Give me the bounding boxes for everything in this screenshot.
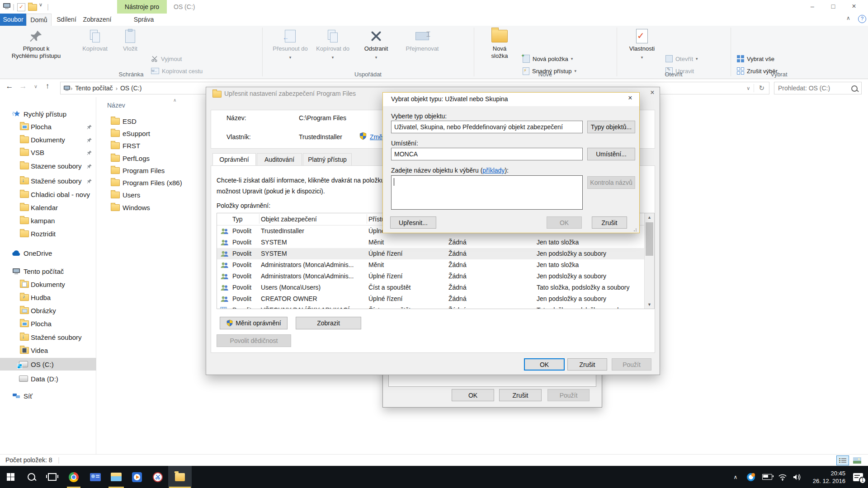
details-view-button[interactable] bbox=[836, 455, 849, 465]
breadcrumb-this-pc[interactable]: Tento počítač bbox=[72, 84, 115, 92]
minimize-button[interactable]: – bbox=[802, 0, 823, 14]
scroll-down-icon[interactable]: ▼ bbox=[645, 300, 654, 309]
permission-row[interactable]: PovolitAdministrators (Monca\Adminis... … bbox=[217, 271, 654, 282]
header-type[interactable]: Typ bbox=[232, 213, 259, 225]
permission-row[interactable]: PovolitVŠECHNY BALÍČKY APLIKACÍ Číst a s… bbox=[217, 305, 654, 309]
taskbar-active-dialog-button[interactable] bbox=[168, 466, 192, 488]
object-types-button[interactable]: Typy objektů... bbox=[587, 121, 635, 133]
properties-cancel-button[interactable]: Zrušit bbox=[499, 389, 542, 401]
copy-to-button[interactable]: Kopírovat do▾ bbox=[313, 27, 353, 69]
tab-view[interactable]: Zobrazení bbox=[81, 14, 113, 26]
qat-properties-icon[interactable]: ✓ bbox=[17, 3, 25, 11]
table-scrollbar[interactable]: ▲ ▼ bbox=[644, 213, 654, 309]
close-icon[interactable]: × bbox=[623, 94, 637, 102]
rename-button[interactable]: ⌶ Přejmenovat bbox=[398, 27, 447, 69]
search-input[interactable] bbox=[774, 82, 847, 94]
sidebar-item-dokumenty-quick[interactable]: Dokumenty bbox=[0, 133, 96, 146]
object-name-textarea[interactable] bbox=[391, 175, 583, 210]
tab-permissions[interactable]: Oprávnění bbox=[212, 153, 256, 167]
search-box[interactable] bbox=[774, 82, 862, 94]
permission-row[interactable]: PovolitAdministrators (Monca\Adminis... … bbox=[217, 259, 654, 271]
scroll-up-icon[interactable]: ▲ bbox=[645, 213, 654, 221]
help-icon[interactable]: ? bbox=[858, 15, 866, 23]
taskbar-contacts-button[interactable] bbox=[85, 466, 106, 488]
wifi-icon[interactable] bbox=[776, 466, 789, 488]
address-dropdown-icon[interactable]: ∨ bbox=[743, 85, 754, 91]
sort-ascending-icon[interactable]: ∧ bbox=[173, 98, 176, 103]
advanced-cancel-button[interactable]: Zrušit bbox=[567, 358, 607, 371]
permission-row-selected[interactable]: PovolitSYSTEM Úplné řízeníŽádná Jen pods… bbox=[217, 248, 654, 259]
select-cancel-button[interactable]: Zrušit bbox=[592, 216, 627, 229]
collapse-ribbon-icon[interactable]: ∧ bbox=[846, 15, 850, 21]
change-permissions-button[interactable]: Měnit oprávnění bbox=[220, 317, 288, 329]
taskbar-media-player-button[interactable] bbox=[127, 466, 147, 488]
sidebar-item-plocha-quick[interactable]: Plocha bbox=[0, 120, 96, 133]
sidebar-item-os-c[interactable]: OS (C:) bbox=[0, 358, 96, 371]
search-icon[interactable] bbox=[851, 85, 858, 92]
select-all-button[interactable]: Vybrat vše bbox=[737, 54, 774, 64]
sidebar-item-obrazky[interactable]: Obrázky bbox=[0, 304, 96, 317]
qat-customize-chevron-icon[interactable]: ∨ bbox=[39, 2, 48, 11]
volume-icon[interactable] bbox=[790, 466, 804, 488]
tab-share[interactable]: Sdílení bbox=[53, 14, 80, 26]
paste-button[interactable]: Vložit bbox=[117, 27, 144, 69]
sidebar-item-vsb[interactable]: VSB bbox=[0, 146, 96, 159]
explorer-app-icon[interactable] bbox=[3, 2, 12, 11]
breadcrumb-current[interactable]: OS (C:) bbox=[118, 84, 144, 92]
sidebar-item-chladici-obal[interactable]: Chladici obal - novy bbox=[0, 188, 96, 201]
taskbar-chrome-button[interactable] bbox=[63, 466, 84, 488]
permission-row[interactable]: PovolitSYSTEM MěnitŽádná Jen tato složka bbox=[217, 237, 654, 248]
view-button[interactable]: Zobrazit bbox=[296, 317, 361, 329]
advanced-ok-button[interactable]: OK bbox=[524, 358, 565, 371]
pin-to-quick-access-button[interactable]: Připnout k Rychlému přístupu bbox=[9, 27, 63, 69]
sidebar-item-stazene-soubory2[interactable]: ↓ Stažené soubory bbox=[0, 174, 96, 187]
new-folder-button[interactable]: Nová složka bbox=[484, 27, 515, 69]
scrollbar-thumb[interactable] bbox=[646, 222, 653, 256]
tab-effective-access[interactable]: Platný přístup bbox=[303, 153, 352, 166]
sidebar-item-kampan[interactable]: kampan bbox=[0, 214, 96, 227]
qat-new-folder-icon[interactable] bbox=[28, 4, 37, 13]
sidebar-item-plocha[interactable]: Plocha bbox=[0, 317, 96, 330]
task-view-button[interactable] bbox=[42, 466, 62, 488]
sidebar-item-roztridit[interactable]: Roztridit bbox=[0, 227, 96, 240]
advanced-apply-button[interactable]: Použít bbox=[612, 358, 651, 371]
thumbnail-view-button[interactable] bbox=[851, 455, 863, 465]
delete-button[interactable]: Odstranit▾ bbox=[358, 27, 394, 69]
header-principal[interactable]: Objekt zabezpečení bbox=[261, 213, 366, 225]
taskbar-snipping-button[interactable] bbox=[147, 466, 168, 488]
recent-locations-chevron-icon[interactable]: ∨ bbox=[30, 84, 42, 89]
sidebar-item-network[interactable]: Síť bbox=[0, 389, 96, 402]
sidebar-item-onedrive[interactable]: OneDrive bbox=[0, 247, 96, 259]
select-ok-button[interactable]: OK bbox=[547, 216, 582, 229]
select-advanced-button[interactable]: Upřesnit... bbox=[390, 216, 436, 229]
sidebar-item-kalendar[interactable]: Kalendar bbox=[0, 201, 96, 214]
cut-button[interactable]: Vyjmout bbox=[151, 54, 182, 64]
tray-expand-icon[interactable]: ∧ bbox=[729, 466, 742, 488]
check-names-button[interactable]: Kontrola názvů bbox=[587, 176, 635, 189]
tab-home[interactable]: Domů bbox=[26, 14, 52, 26]
properties-ok-button[interactable]: OK bbox=[452, 389, 494, 401]
battery-icon[interactable] bbox=[760, 466, 774, 488]
tray-antivirus-icon[interactable] bbox=[744, 466, 758, 488]
permission-row[interactable]: PovolitCREATOR OWNER Úplné řízeníŽádná J… bbox=[217, 293, 654, 305]
taskbar-clock[interactable]: 20:45 26. 12. 2016 bbox=[804, 466, 845, 488]
context-tab-drive-tools[interactable]: Nástroje pro jednotky bbox=[117, 0, 167, 14]
sidebar-item-data-d[interactable]: Data (D:) bbox=[0, 372, 96, 385]
locations-button[interactable]: Umístění... bbox=[587, 148, 635, 160]
back-button[interactable]: ← bbox=[4, 82, 15, 91]
sidebar-item-hudba[interactable]: ♪ Hudba bbox=[0, 291, 96, 304]
taskbar-explorer-button[interactable] bbox=[106, 466, 127, 488]
tab-file[interactable]: Soubor bbox=[0, 14, 26, 26]
resize-grip[interactable] bbox=[633, 227, 637, 231]
examples-link[interactable]: příklady bbox=[482, 167, 505, 174]
tab-manage[interactable]: Správa bbox=[122, 14, 165, 26]
tab-auditing[interactable]: Auditování bbox=[257, 153, 302, 166]
forward-button[interactable]: → bbox=[17, 82, 29, 91]
sidebar-item-dokumenty[interactable]: Dokumenty bbox=[0, 278, 96, 291]
sidebar-item-quick-access[interactable]: Rychlý přístup bbox=[0, 108, 96, 120]
close-button[interactable]: × bbox=[844, 0, 864, 14]
start-button[interactable] bbox=[0, 466, 21, 488]
open-button[interactable]: Otevřít▾ bbox=[665, 54, 698, 64]
permission-row[interactable]: PovolitUsers (Monca\Users) Číst a spoušt… bbox=[217, 282, 654, 293]
sidebar-item-stazene-soubory[interactable]: Stazene soubory bbox=[0, 160, 96, 172]
